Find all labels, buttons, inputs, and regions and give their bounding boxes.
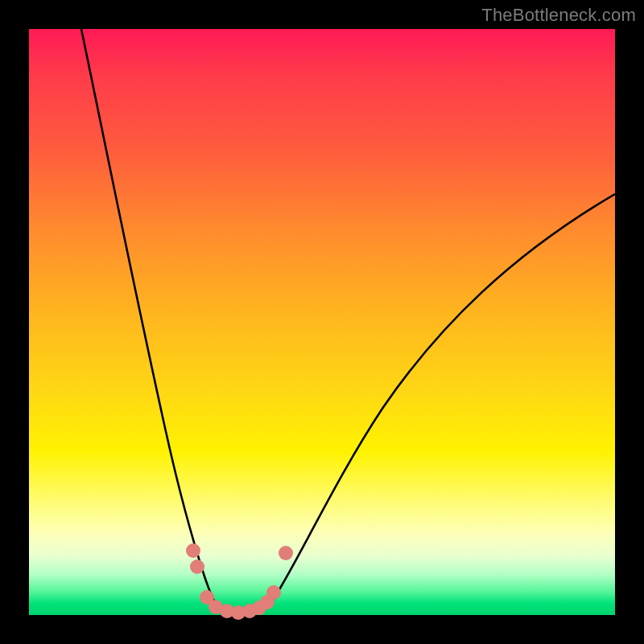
marker <box>190 559 204 574</box>
watermark-text: TheBottleneck.com <box>481 5 636 26</box>
bottleneck-curve <box>29 29 615 615</box>
marker <box>279 546 293 560</box>
marker <box>186 543 200 558</box>
plot-area <box>29 29 615 615</box>
chart-frame: TheBottleneck.com <box>0 0 644 644</box>
curve-left-branch <box>81 29 217 607</box>
marker <box>266 585 281 600</box>
marker-group <box>186 543 293 620</box>
curve-right-branch <box>270 194 615 604</box>
